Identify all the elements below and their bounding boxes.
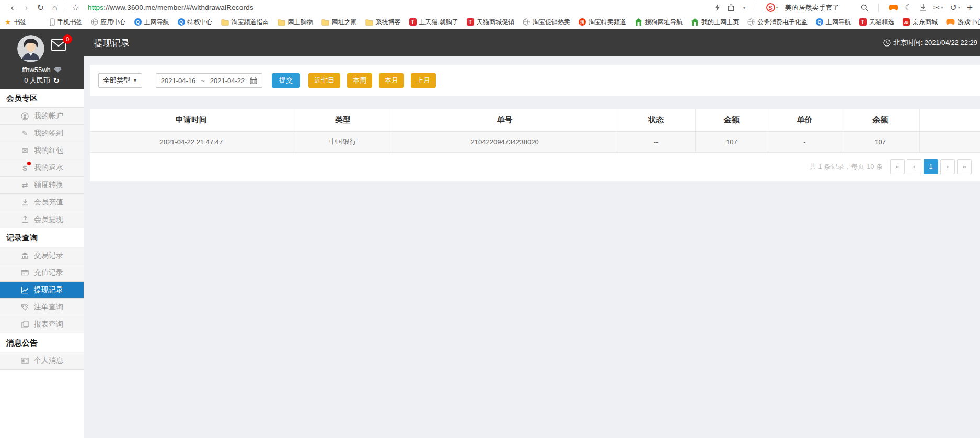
bookmark-item[interactable]: 淘 淘宝特卖频道 [579,18,626,27]
first-page-button[interactable]: « [890,159,905,174]
sidebar-item-my-account[interactable]: 我的帐户 [0,108,84,125]
envelope-icon: ✉ [20,146,29,155]
bookmark-item[interactable]: 我的上网主页 [691,18,739,27]
bookmark-item[interactable]: 游戏中心 [946,18,980,27]
quick-range-lastmonth-button[interactable]: 上月 [411,73,436,88]
table-header-row: 申请时间 类型 单号 状态 金额 单价 余额 [90,109,980,131]
sidebar-item-withdrawal-records[interactable]: 提现记录 [0,282,84,299]
sidebar-item-label: 提现记录 [34,285,63,295]
sidebar-item-quota-transfer[interactable]: ⇄ 额度转换 [0,177,84,194]
bookmark-folder[interactable]: 淘宝频道指南 [221,18,269,27]
sidebar-item-my-checkin[interactable]: ✎ 我的签到 [0,125,84,142]
toolbar-divider [65,4,65,12]
forward-icon[interactable]: › [19,2,33,14]
home-icon[interactable]: ⌂ [48,2,62,14]
bookmark-item[interactable]: 搜狗网址导航 [635,18,683,27]
select-caret-icon: ▼ [133,78,137,83]
sogou-q-icon: Q [178,18,185,26]
last-page-button[interactable]: » [957,159,972,174]
caret-icon: ▾ [941,5,943,10]
page-1-button[interactable]: 1 [924,159,938,174]
quick-range-thismonth-button[interactable]: 本月 [379,73,404,88]
sidebar-item-deposit[interactable]: 会员充值 [0,194,84,211]
bookmark-label: 公务消费电子化监 [757,18,808,27]
screenshot-scissors-icon[interactable]: ✂ ▾ [933,3,943,13]
sidebar-item-my-redpacket[interactable]: ✉ 我的红包 [0,142,84,159]
cell-amount: 107 [695,131,768,152]
reload-icon[interactable]: ↻ [33,2,48,14]
sidebar: 0 ffhw55wh 0 人民币 ↻ 会员专区 我的帐户 ✎ 我的签到 ✉ [0,29,84,438]
night-mode-icon[interactable]: ☾ [905,3,913,13]
submit-button[interactable]: 提交 [272,73,300,88]
share-icon[interactable] [727,4,735,11]
chevron-down-icon[interactable]: ▾ [742,5,745,10]
quick-range-thisweek-button[interactable]: 本周 [347,73,372,88]
pagination-buttons: « ‹ 1 › » [890,159,972,174]
quick-range-last7days-button[interactable]: 近七日 [308,73,340,88]
bookmark-label: 淘宝特卖频道 [589,18,626,27]
sidebar-item-withdraw[interactable]: 会员提现 [0,211,84,228]
bookmark-star-icon[interactable]: ☆ [68,2,83,14]
download-icon[interactable] [919,4,927,11]
undo-icon[interactable]: ↺ ▾ [950,3,960,13]
back-icon[interactable]: ‹ [5,2,19,14]
bookmark-label: 我的上网主页 [701,18,739,27]
records-table: 申请时间 类型 单号 状态 金额 单价 余额 2021-04-22 21:47 [90,109,980,153]
bookmark-folder[interactable]: 系统博客 [365,18,401,27]
bookmark-item[interactable]: 手机书签 [50,18,83,27]
address-bar[interactable]: https://www.3600.me/member/#/withdrawalR… [88,4,714,11]
notification-dot [27,162,31,165]
sidebar-item-report-inquiry[interactable]: 报表查询 [0,316,84,333]
bookmark-item[interactable]: Q 上网导航 [134,18,169,27]
bookmark-item[interactable]: 应用中心 [91,18,126,27]
toolbar-divider [756,4,756,12]
prev-page-button[interactable]: ‹ [907,159,921,174]
date-range-input[interactable]: 2021-04-16 ~ 2021-04-22 [156,73,262,88]
search-icon[interactable] [861,4,868,11]
folder-icon [321,19,329,26]
sidebar-item-transaction-records[interactable]: 交易记录 [0,247,84,264]
bookmarks-root-button[interactable]: ★ 书签 [5,18,27,27]
bookmark-item[interactable]: T 天猫商城促销 [467,18,514,27]
bookmark-label: 淘宝频道指南 [232,18,269,27]
game-center-icon[interactable] [889,4,898,11]
sogou-logo-icon[interactable]: S ▾ [766,3,778,12]
bookmark-item[interactable]: Q 上网导航 [816,18,851,27]
bookmark-folder[interactable]: 网上购物 [278,18,313,27]
bookmark-item[interactable]: T 上天猫,就购了 [409,18,458,27]
mail-button[interactable]: 0 [51,39,66,51]
url-scheme: https [88,4,103,11]
page-header: 提现记录 北京时间: 2021/04/22 22:29 [84,29,980,56]
bookmark-item[interactable]: T 天猫精选 [859,18,894,27]
sidebar-item-label: 会员充值 [34,198,63,207]
sidebar-item-my-rebate[interactable]: $ 我的返水 [0,159,84,177]
avatar[interactable] [17,35,44,62]
sidebar-item-label: 我的返水 [34,163,63,172]
bookmark-item[interactable]: Q 特权中心 [178,18,213,27]
lightning-icon[interactable] [714,4,720,11]
sidebar-section-records: 记录查询 [0,228,84,247]
bookmark-folder[interactable]: 网址之家 [321,18,357,27]
phone-icon [50,18,55,26]
col-status: 状态 [617,109,695,131]
bookmark-label: 系统博客 [376,18,401,27]
bookmark-label: 游戏中心 [958,18,980,27]
type-select[interactable]: 全部类型 ▼ [98,73,142,88]
filter-panel: 全部类型 ▼ 2021-04-16 ~ 2021-04-22 提交 近七日 本周… [90,65,980,96]
next-page-button[interactable]: › [940,159,955,174]
hot-search-text[interactable]: 美的居然卖手套了 [785,3,839,13]
bookmark-item[interactable]: 公务消费电子化监 [747,18,808,27]
bookmark-item[interactable]: 淘宝促销热卖 [523,18,570,27]
sidebar-item-personal-messages[interactable]: 个人消息 [0,352,84,370]
bookmark-item[interactable]: JD 京东商城 [903,18,938,27]
refresh-balance-icon[interactable]: ↻ [53,76,60,85]
user-panel: 0 ffhw55wh 0 人民币 ↻ [0,29,84,89]
new-tab-icon[interactable]: + [967,2,973,14]
tags-icon [20,304,29,311]
cell-spacer [919,131,980,152]
tmall-icon: T [467,18,474,26]
exchange-icon: ⇄ [20,181,29,189]
sidebar-item-deposit-records[interactable]: 充值记录 [0,264,84,282]
sidebar-item-bet-inquiry[interactable]: 注单查询 [0,299,84,316]
sidebar-item-label: 我的签到 [34,129,63,138]
